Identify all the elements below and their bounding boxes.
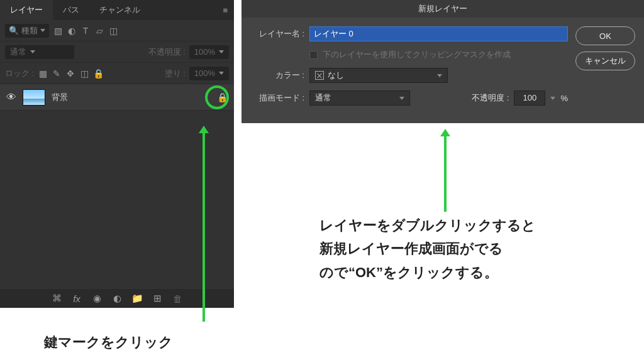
filter-adjustment-icon[interactable]: ◐: [67, 26, 77, 36]
trash-icon[interactable]: 🗑: [172, 293, 182, 303]
mode-dropdown[interactable]: 通常: [309, 90, 410, 106]
none-swatch-icon: [315, 71, 324, 80]
dialog-buttons: OK キャンセル: [575, 26, 635, 106]
clipping-row: 下のレイヤーを使用してクリッピングマスクを作成: [250, 49, 568, 60]
color-dropdown[interactable]: なし: [309, 68, 448, 83]
cancel-button[interactable]: キャンセル: [575, 52, 635, 70]
new-layer-icon[interactable]: ⊞: [152, 293, 162, 303]
adjustment-layer-icon[interactable]: ◐: [112, 293, 122, 303]
mask-icon[interactable]: ◉: [92, 293, 102, 303]
link-icon[interactable]: ⌘: [52, 293, 62, 303]
blend-row: 通常 不透明度 : 100%: [0, 41, 234, 63]
tab-channels[interactable]: チャンネル: [89, 0, 150, 20]
search-icon: 🔍: [9, 26, 19, 35]
filter-type-label: 種類: [21, 25, 38, 36]
dialog-title: 新規レイヤー: [242, 0, 644, 18]
mode-label: 描画モード :: [250, 92, 304, 104]
chevron-down-icon: [40, 29, 45, 32]
annotation-arrow-left: [199, 126, 209, 322]
fill-value: 100%: [194, 68, 215, 78]
fx-icon[interactable]: fx: [72, 293, 82, 303]
chevron-down-icon: [219, 72, 224, 75]
lock-artboard-icon[interactable]: ◫: [79, 68, 89, 79]
dialog-opacity-unit: %: [560, 94, 568, 103]
opacity-dropdown[interactable]: 100%: [189, 45, 229, 59]
clipping-label: 下のレイヤーを使用してクリッピングマスクを作成: [323, 49, 511, 60]
mode-row: 描画モード : 通常 不透明度 : 100 %: [250, 90, 568, 106]
chevron-down-icon[interactable]: [550, 97, 555, 100]
dialog-opacity-label: 不透明度 :: [472, 92, 509, 104]
filter-smart-icon[interactable]: ◫: [108, 26, 118, 36]
layer-name-input[interactable]: レイヤー 0: [309, 26, 568, 41]
mode-value: 通常: [315, 92, 331, 104]
color-row: カラー : なし: [250, 68, 568, 83]
filter-type-icon[interactable]: T: [80, 26, 91, 36]
filter-type-dropdown[interactable]: 🔍 種類: [5, 24, 49, 38]
annotation-caption-right: レイヤーをダブルクリックすると 新規レイヤー作成画面がでる ので“OK”をクリッ…: [319, 214, 536, 284]
layer-lock-icon[interactable]: 🔒: [217, 92, 228, 102]
opacity-label: 不透明度 :: [148, 46, 186, 58]
clipping-checkbox: [309, 51, 318, 59]
lock-position-icon[interactable]: ✥: [65, 68, 75, 79]
chevron-down-icon: [30, 50, 35, 53]
new-layer-dialog: 新規レイヤー レイヤー名 : レイヤー 0 下のレイヤーを使用してクリッピングマ…: [242, 0, 644, 123]
lock-brush-icon[interactable]: ✎: [52, 68, 62, 79]
filter-row: 🔍 種類 ▧ ◐ T ▱ ◫: [0, 20, 234, 41]
annotation-caption-line1: レイヤーをダブルクリックすると: [319, 214, 536, 237]
chevron-down-icon: [399, 97, 404, 100]
layer-name-row: レイヤー名 : レイヤー 0: [250, 26, 568, 41]
color-label: カラー :: [250, 70, 304, 81]
filter-shape-icon[interactable]: ▱: [94, 26, 104, 36]
blend-mode-value: 通常: [10, 46, 26, 58]
layer-name: 背景: [52, 92, 68, 103]
annotation-caption-left: 鍵マークをクリック: [44, 333, 173, 352]
chevron-down-icon: [437, 74, 442, 77]
dialog-opacity-input[interactable]: 100: [514, 90, 545, 106]
chevron-down-icon: [219, 50, 224, 53]
visibility-eye-icon[interactable]: 👁: [6, 92, 16, 103]
blend-mode-dropdown[interactable]: 通常: [5, 45, 74, 59]
tab-paths[interactable]: パス: [53, 0, 89, 20]
color-value: なし: [328, 70, 344, 81]
tab-layers[interactable]: レイヤー: [0, 0, 53, 20]
group-icon[interactable]: 📁: [132, 293, 142, 303]
layer-name-value: レイヤー 0: [314, 28, 353, 40]
panel-menu-icon[interactable]: ≡: [216, 6, 234, 15]
annotation-caption-line3: ので“OK”をクリックする。: [319, 261, 536, 284]
lock-pixels-icon[interactable]: ▦: [38, 68, 48, 79]
opacity-value: 100%: [194, 47, 215, 57]
layer-row-background[interactable]: 👁 背景 🔒: [0, 84, 234, 111]
filter-image-icon[interactable]: ▧: [53, 26, 63, 36]
annotation-caption-line2: 新規レイヤー作成画面がでる: [319, 237, 536, 260]
panel-tabs: レイヤー パス チャンネル ≡: [0, 0, 234, 20]
layer-thumbnail[interactable]: [23, 89, 45, 106]
ok-button[interactable]: OK: [575, 26, 635, 45]
layer-name-label: レイヤー名 :: [250, 28, 304, 40]
annotation-arrow-right: [440, 129, 450, 212]
fill-dropdown[interactable]: 100%: [189, 67, 229, 80]
lock-label: ロック :: [5, 68, 34, 79]
lock-row: ロック : ▦ ✎ ✥ ◫ 🔒 塗り : 100%: [0, 63, 234, 84]
lock-all-icon[interactable]: 🔒: [93, 68, 103, 79]
fill-label: 塗り :: [165, 68, 186, 79]
